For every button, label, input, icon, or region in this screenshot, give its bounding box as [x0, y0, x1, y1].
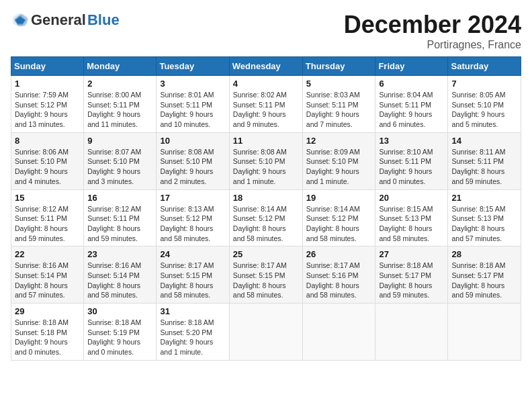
week-row-3: 15Sunrise: 8:12 AMSunset: 5:11 PMDayligh… — [11, 189, 521, 246]
day-info: Sunrise: 8:01 AMSunset: 5:11 PMDaylight:… — [160, 90, 225, 130]
day-number: 10 — [160, 136, 225, 146]
day-cell-27: 27Sunrise: 8:18 AMSunset: 5:17 PMDayligh… — [375, 246, 448, 304]
day-info: Sunrise: 8:17 AMSunset: 5:15 PMDaylight:… — [233, 261, 299, 300]
day-number: 5 — [306, 79, 372, 89]
day-cell-6: 6Sunrise: 8:04 AMSunset: 5:11 PMDaylight… — [375, 76, 448, 133]
day-number: 27 — [379, 249, 444, 259]
day-cell-9: 9Sunrise: 8:07 AMSunset: 5:10 PMDaylight… — [84, 132, 157, 189]
title-block: December 2024 Portiragnes, France — [344, 11, 521, 51]
day-number: 6 — [379, 79, 444, 89]
day-number: 8 — [15, 136, 80, 146]
day-info: Sunrise: 8:15 AMSunset: 5:13 PMDaylight:… — [379, 204, 444, 244]
day-cell-23: 23Sunrise: 8:16 AMSunset: 5:14 PMDayligh… — [84, 246, 157, 304]
day-cell-5: 5Sunrise: 8:03 AMSunset: 5:11 PMDaylight… — [302, 76, 375, 133]
day-info: Sunrise: 8:03 AMSunset: 5:11 PMDaylight:… — [306, 90, 372, 130]
logo-icon — [11, 11, 30, 30]
day-cell-20: 20Sunrise: 8:15 AMSunset: 5:13 PMDayligh… — [375, 189, 448, 246]
day-info: Sunrise: 8:18 AMSunset: 5:17 PMDaylight:… — [379, 261, 444, 300]
day-info: Sunrise: 8:18 AMSunset: 5:19 PMDaylight:… — [87, 318, 152, 357]
col-header-sunday: Sunday — [11, 57, 84, 76]
day-number: 2 — [87, 79, 152, 89]
day-cell-10: 10Sunrise: 8:08 AMSunset: 5:10 PMDayligh… — [157, 132, 229, 189]
day-number: 17 — [160, 193, 225, 203]
day-info: Sunrise: 8:10 AMSunset: 5:11 PMDaylight:… — [379, 147, 444, 187]
day-info: Sunrise: 8:00 AMSunset: 5:11 PMDaylight:… — [87, 90, 152, 130]
day-cell-28: 28Sunrise: 8:18 AMSunset: 5:17 PMDayligh… — [448, 246, 521, 304]
day-number: 23 — [87, 249, 152, 259]
day-number: 18 — [233, 193, 299, 203]
day-info: Sunrise: 8:16 AMSunset: 5:14 PMDaylight:… — [87, 261, 152, 300]
day-info: Sunrise: 8:16 AMSunset: 5:14 PMDaylight:… — [15, 261, 80, 300]
day-cell-29: 29Sunrise: 8:18 AMSunset: 5:18 PMDayligh… — [11, 304, 84, 361]
day-info: Sunrise: 8:14 AMSunset: 5:12 PMDaylight:… — [233, 204, 299, 244]
day-cell-14: 14Sunrise: 8:11 AMSunset: 5:11 PMDayligh… — [448, 132, 521, 189]
day-number: 15 — [15, 193, 80, 203]
day-cell-15: 15Sunrise: 8:12 AMSunset: 5:11 PMDayligh… — [11, 189, 84, 246]
day-info: Sunrise: 8:11 AMSunset: 5:11 PMDaylight:… — [451, 147, 517, 187]
day-info: Sunrise: 8:17 AMSunset: 5:16 PMDaylight:… — [306, 261, 372, 300]
day-info: Sunrise: 8:04 AMSunset: 5:11 PMDaylight:… — [379, 90, 444, 130]
empty-cell — [448, 304, 521, 361]
day-number: 7 — [451, 79, 517, 89]
logo-blue-text: Blue — [87, 11, 120, 29]
day-info: Sunrise: 8:17 AMSunset: 5:15 PMDaylight:… — [160, 261, 225, 300]
day-cell-26: 26Sunrise: 8:17 AMSunset: 5:16 PMDayligh… — [302, 246, 375, 304]
day-cell-8: 8Sunrise: 8:06 AMSunset: 5:10 PMDaylight… — [11, 132, 84, 189]
day-number: 28 — [451, 249, 517, 259]
day-number: 1 — [15, 79, 80, 89]
day-info: Sunrise: 8:18 AMSunset: 5:20 PMDaylight:… — [160, 318, 225, 357]
day-number: 16 — [87, 193, 152, 203]
col-header-saturday: Saturday — [448, 57, 521, 76]
location-subtitle: Portiragnes, France — [344, 39, 521, 51]
col-header-thursday: Thursday — [302, 57, 375, 76]
week-row-4: 22Sunrise: 8:16 AMSunset: 5:14 PMDayligh… — [11, 246, 521, 304]
month-title: December 2024 — [344, 11, 521, 39]
day-number: 21 — [451, 193, 517, 203]
day-number: 19 — [306, 193, 372, 203]
col-header-monday: Monday — [84, 57, 157, 76]
logo: GeneralBlue — [11, 11, 120, 30]
day-number: 4 — [233, 79, 299, 89]
day-info: Sunrise: 8:05 AMSunset: 5:10 PMDaylight:… — [451, 90, 517, 130]
day-number: 29 — [15, 306, 80, 316]
col-header-friday: Friday — [375, 57, 448, 76]
day-cell-1: 1Sunrise: 7:59 AMSunset: 5:12 PMDaylight… — [11, 76, 84, 133]
day-number: 20 — [379, 193, 444, 203]
day-info: Sunrise: 8:12 AMSunset: 5:11 PMDaylight:… — [87, 204, 152, 244]
day-info: Sunrise: 8:06 AMSunset: 5:10 PMDaylight:… — [15, 147, 80, 187]
day-cell-19: 19Sunrise: 8:14 AMSunset: 5:12 PMDayligh… — [302, 189, 375, 246]
page-header: GeneralBlue December 2024 Portiragnes, F… — [11, 11, 521, 51]
day-info: Sunrise: 8:02 AMSunset: 5:11 PMDaylight:… — [233, 90, 299, 130]
day-cell-24: 24Sunrise: 8:17 AMSunset: 5:15 PMDayligh… — [157, 246, 229, 304]
day-cell-18: 18Sunrise: 8:14 AMSunset: 5:12 PMDayligh… — [229, 189, 302, 246]
day-number: 12 — [306, 136, 372, 146]
day-info: Sunrise: 8:12 AMSunset: 5:11 PMDaylight:… — [15, 204, 80, 244]
day-cell-30: 30Sunrise: 8:18 AMSunset: 5:19 PMDayligh… — [84, 304, 157, 361]
day-number: 22 — [15, 249, 80, 259]
col-header-tuesday: Tuesday — [157, 57, 229, 76]
day-info: Sunrise: 8:09 AMSunset: 5:10 PMDaylight:… — [306, 147, 372, 187]
day-cell-3: 3Sunrise: 8:01 AMSunset: 5:11 PMDaylight… — [157, 76, 229, 133]
day-info: Sunrise: 8:13 AMSunset: 5:12 PMDaylight:… — [160, 204, 225, 244]
day-info: Sunrise: 8:18 AMSunset: 5:17 PMDaylight:… — [451, 261, 517, 300]
day-cell-17: 17Sunrise: 8:13 AMSunset: 5:12 PMDayligh… — [157, 189, 229, 246]
day-cell-12: 12Sunrise: 8:09 AMSunset: 5:10 PMDayligh… — [302, 132, 375, 189]
day-info: Sunrise: 8:08 AMSunset: 5:10 PMDaylight:… — [233, 147, 299, 187]
day-cell-22: 22Sunrise: 8:16 AMSunset: 5:14 PMDayligh… — [11, 246, 84, 304]
day-info: Sunrise: 8:18 AMSunset: 5:18 PMDaylight:… — [15, 318, 80, 357]
day-info: Sunrise: 7:59 AMSunset: 5:12 PMDaylight:… — [15, 90, 80, 130]
day-cell-2: 2Sunrise: 8:00 AMSunset: 5:11 PMDaylight… — [84, 76, 157, 133]
calendar-table: SundayMondayTuesdayWednesdayThursdayFrid… — [11, 56, 521, 361]
day-cell-13: 13Sunrise: 8:10 AMSunset: 5:11 PMDayligh… — [375, 132, 448, 189]
day-number: 14 — [451, 136, 517, 146]
day-cell-7: 7Sunrise: 8:05 AMSunset: 5:10 PMDaylight… — [448, 76, 521, 133]
empty-cell — [302, 304, 375, 361]
day-cell-4: 4Sunrise: 8:02 AMSunset: 5:11 PMDaylight… — [229, 76, 302, 133]
day-number: 11 — [233, 136, 299, 146]
day-cell-16: 16Sunrise: 8:12 AMSunset: 5:11 PMDayligh… — [84, 189, 157, 246]
day-info: Sunrise: 8:14 AMSunset: 5:12 PMDaylight:… — [306, 204, 372, 244]
day-number: 30 — [87, 306, 152, 316]
week-row-5: 29Sunrise: 8:18 AMSunset: 5:18 PMDayligh… — [11, 304, 521, 361]
empty-cell — [375, 304, 448, 361]
day-cell-11: 11Sunrise: 8:08 AMSunset: 5:10 PMDayligh… — [229, 132, 302, 189]
